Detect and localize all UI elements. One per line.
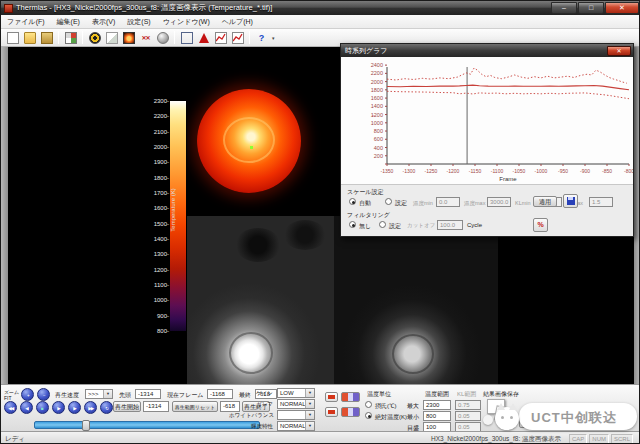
watermark-dot [483, 415, 493, 425]
palette-gradient-button-1[interactable] [341, 392, 360, 402]
status-filename: HX3_Nickel2000fps_300us_f8: 温度画像表示 [431, 435, 561, 444]
toolbar-sphere-button[interactable] [154, 30, 171, 46]
thermal-image-panel[interactable] [187, 47, 337, 216]
close-button[interactable]: ✕ [605, 2, 639, 14]
palette-red-button-2[interactable] [325, 407, 338, 417]
palette-red-button-1[interactable] [325, 392, 338, 402]
grayscale-image-panel-1[interactable] [187, 216, 334, 385]
toolbar-save-file-button[interactable] [38, 30, 55, 46]
display-label-1: ガンマ [229, 401, 273, 408]
filter-toggle-button[interactable]: % [533, 218, 548, 232]
prev-frame-button[interactable]: ◀ [20, 401, 33, 414]
head-field[interactable]: -1314 [135, 389, 161, 399]
status-ready: レディ [5, 435, 25, 444]
toolbar-new-file-button[interactable] [4, 30, 21, 46]
gain-dropdown[interactable]: LOW [277, 388, 315, 398]
display-dropdown-1[interactable]: NORMAL [277, 399, 315, 409]
temp-unit-label-1: 絶対温度(K) [375, 413, 407, 422]
status-indicator-cap: CAP [569, 434, 587, 444]
colorbar-ticks: 2300-2200-2100-2000-1900-1800-1700-1600-… [139, 101, 169, 331]
toolbar-help-button[interactable]: ? [253, 30, 270, 46]
menu-item-6[interactable]: ヘルプ(H) [216, 17, 259, 27]
svg-text:-1000: -1000 [535, 168, 548, 174]
play-button[interactable]: ▶ [52, 401, 65, 414]
toolbar-thermal-image-button[interactable] [120, 30, 137, 46]
next-frame-button[interactable]: ▶ [68, 401, 81, 414]
toolbar-cross-markers-button[interactable]: ✕✕ [137, 30, 154, 46]
filter-icon: % [537, 221, 543, 228]
zoom-out-button[interactable]: − [37, 388, 50, 401]
scale-field-label-1: 温度max [464, 200, 485, 207]
toolbar-area-chart-button[interactable] [229, 30, 246, 46]
line-chart-icon [215, 32, 227, 44]
frame-slider-handle[interactable] [82, 420, 90, 431]
speed-dropdown[interactable]: >>> [85, 389, 113, 399]
graph-settings-panel: スケール設定 自動 設定 温度min0.0温度max3000.0KLmin0.0… [341, 184, 633, 236]
stop-button[interactable]: ■ [36, 401, 49, 414]
scale-auto-radio[interactable] [349, 198, 356, 205]
toolbar-peak-marker-button[interactable] [195, 30, 212, 46]
play-start-button[interactable]: 再生開始 [113, 401, 141, 412]
scale-set-radio[interactable] [385, 198, 392, 205]
minimize-button[interactable]: – [551, 2, 577, 14]
toolbar-separator [174, 31, 175, 44]
kl-range-field-1[interactable]: 0.05 [455, 411, 481, 421]
title-bar: Thermias - [HX3_Nickel2000fps_300us_f8: … [1, 1, 640, 15]
menu-item-1[interactable]: ファイル(F) [1, 17, 51, 27]
toolbar-aperture-button[interactable] [86, 30, 103, 46]
colorbar-tick: 800- [139, 328, 169, 334]
right-scrollbar-strip[interactable] [634, 47, 640, 385]
skip-start-button[interactable]: ◀◀ [4, 401, 17, 414]
toolbar-open-folder-button[interactable] [21, 30, 38, 46]
help-icon: ? [256, 32, 268, 44]
frame-slider-track[interactable] [34, 421, 260, 429]
temp-range-field-0[interactable]: 2300 [423, 400, 451, 410]
toolbar-overflow-caret[interactable]: ▾ [272, 35, 275, 41]
colorbar-tick: 1100- [139, 282, 169, 288]
svg-text:800: 800 [374, 128, 383, 134]
scale-field-1[interactable]: 3000.0 [487, 197, 511, 207]
kl-range-field-0[interactable]: 0.75 [455, 400, 481, 410]
colorbar-tick: 1800- [139, 175, 169, 181]
svg-text:2000: 2000 [371, 79, 383, 85]
app-window: Thermias - [HX3_Nickel2000fps_300us_f8: … [0, 0, 640, 444]
display-label-2: ホワイトバランス [229, 412, 273, 419]
skip-end-button[interactable]: ▶▶ [84, 401, 97, 414]
colorbar-tick: 1900- [139, 159, 169, 165]
graph-window-title: 時系列グラフ [341, 46, 607, 56]
temp-range-field-1[interactable]: 800 [423, 411, 451, 421]
zoom-in-button[interactable]: + [21, 388, 34, 401]
scale-apply-button[interactable]: 適用 [533, 196, 557, 207]
stop-icon: ■ [42, 403, 44, 414]
temp-unit-radio-1[interactable] [365, 412, 372, 419]
filter-none-radio[interactable] [349, 221, 356, 228]
maximize-button[interactable]: □ [578, 2, 604, 14]
cutoff-field[interactable]: 100.0 [437, 220, 463, 230]
play-start-field[interactable]: -1314 [143, 401, 169, 412]
scale-field-0[interactable]: 0.0 [436, 197, 460, 207]
palette-gradient-button-2[interactable] [341, 407, 360, 417]
menu-item-4[interactable]: 設定(S) [121, 17, 156, 27]
filter-set-radio[interactable] [379, 221, 386, 228]
graph-window-close-button[interactable]: ✕ [607, 46, 631, 56]
menu-item-3[interactable]: 表示(V) [86, 17, 121, 27]
grayscale-image-panel-2[interactable] [334, 216, 498, 385]
display-dropdown-3[interactable]: NORMAL [277, 421, 315, 431]
status-indicator-num: NUM [589, 434, 609, 444]
save-graph-button[interactable] [563, 194, 578, 208]
loop-button[interactable]: ↻ [100, 401, 113, 414]
toolbar-line-chart-button[interactable] [212, 30, 229, 46]
menu-item-2[interactable]: 編集(E) [51, 17, 86, 27]
palette-grid-icon [65, 32, 77, 44]
menu-item-5[interactable]: ウィンドウ(W) [157, 17, 216, 27]
temp-unit-radio-0[interactable] [365, 401, 372, 408]
range-reset-button[interactable]: 再生範囲リセット [172, 401, 218, 412]
scale-field-3[interactable]: 1.5 [589, 197, 613, 207]
graph-window-titlebar[interactable]: 時系列グラフ ✕ [341, 44, 633, 57]
display-dropdown-2[interactable] [277, 410, 315, 420]
svg-text:-1150: -1150 [469, 168, 482, 174]
toolbar-data-table-button[interactable] [178, 30, 195, 46]
timeseries-chart: 2004006008001000120014001600180020002200… [341, 57, 633, 184]
toolbar-edit-paper-button[interactable] [103, 30, 120, 46]
toolbar-palette-grid-button[interactable] [62, 30, 79, 46]
